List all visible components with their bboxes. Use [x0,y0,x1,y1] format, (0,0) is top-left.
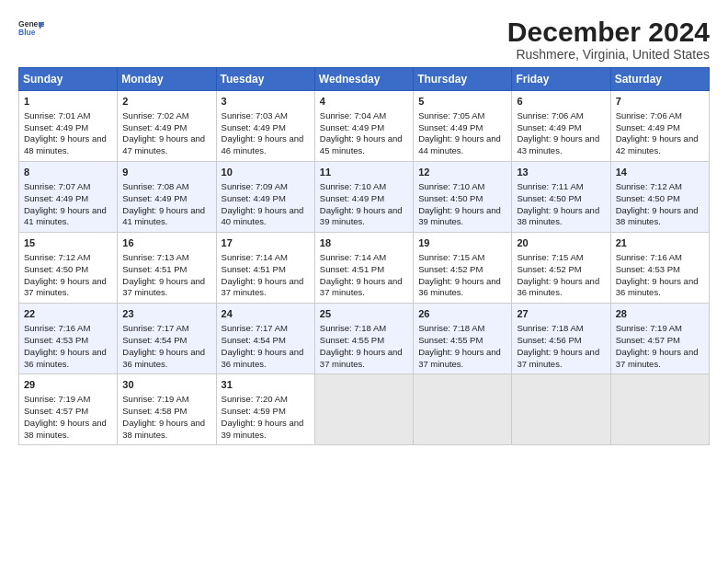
day-number: 11 [320,166,408,179]
calendar-cell: 15Sunrise: 7:12 AMSunset: 4:50 PMDayligh… [19,233,118,304]
calendar-cell: 3Sunrise: 7:03 AMSunset: 4:49 PMDaylight… [216,91,314,162]
week-row: 22Sunrise: 7:16 AMSunset: 4:53 PMDayligh… [19,304,710,374]
day-number: 19 [418,236,506,250]
day-number: 25 [320,307,408,321]
calendar-cell: 13Sunrise: 7:11 AMSunset: 4:50 PMDayligh… [512,162,610,233]
calendar-cell: 18Sunrise: 7:14 AMSunset: 4:51 PMDayligh… [314,233,413,304]
calendar-cell: 29Sunrise: 7:19 AMSunset: 4:57 PMDayligh… [19,374,118,445]
day-number: 21 [616,236,704,250]
calendar-cell: 21Sunrise: 7:16 AMSunset: 4:53 PMDayligh… [610,233,709,304]
calendar-cell: 2Sunrise: 7:02 AMSunset: 4:49 PMDaylight… [118,91,216,162]
header: General Blue December 2024 Rushmere, Vir… [18,17,710,62]
calendar-cell: 12Sunrise: 7:10 AMSunset: 4:50 PMDayligh… [414,162,512,233]
day-number: 18 [320,236,408,250]
week-row: 15Sunrise: 7:12 AMSunset: 4:50 PMDayligh… [19,233,710,304]
day-number: 30 [122,378,210,392]
calendar-header-row: Sunday Monday Tuesday Wednesday Thursday… [19,68,710,91]
col-tuesday: Tuesday [216,68,314,91]
calendar-cell: 11Sunrise: 7:10 AMSunset: 4:49 PMDayligh… [314,162,413,233]
calendar-cell [314,374,413,445]
col-sunday: Sunday [19,68,118,91]
calendar-cell: 28Sunrise: 7:19 AMSunset: 4:57 PMDayligh… [610,304,709,374]
calendar-cell: 26Sunrise: 7:18 AMSunset: 4:55 PMDayligh… [414,304,512,374]
day-number: 24 [222,307,310,321]
calendar-cell: 14Sunrise: 7:12 AMSunset: 4:50 PMDayligh… [610,162,709,233]
week-row: 8Sunrise: 7:07 AMSunset: 4:49 PMDaylight… [19,162,710,233]
calendar-cell: 25Sunrise: 7:18 AMSunset: 4:55 PMDayligh… [314,304,413,374]
calendar-cell: 1Sunrise: 7:01 AMSunset: 4:49 PMDaylight… [19,91,118,162]
calendar-cell: 31Sunrise: 7:20 AMSunset: 4:59 PMDayligh… [216,374,314,445]
day-number: 5 [418,95,506,109]
day-number: 17 [222,236,310,250]
svg-text:Blue: Blue [18,28,36,37]
calendar-cell: 8Sunrise: 7:07 AMSunset: 4:49 PMDaylight… [19,162,118,233]
day-number: 27 [517,307,605,321]
day-number: 1 [24,95,112,109]
calendar-cell: 22Sunrise: 7:16 AMSunset: 4:53 PMDayligh… [19,304,118,374]
calendar-cell: 20Sunrise: 7:15 AMSunset: 4:52 PMDayligh… [512,233,610,304]
day-number: 22 [24,307,112,321]
calendar-cell: 6Sunrise: 7:06 AMSunset: 4:49 PMDaylight… [512,91,610,162]
day-number: 23 [122,307,210,321]
day-number: 6 [517,95,605,109]
day-number: 15 [24,236,112,250]
calendar-cell: 30Sunrise: 7:19 AMSunset: 4:58 PMDayligh… [118,374,216,445]
calendar-cell: 19Sunrise: 7:15 AMSunset: 4:52 PMDayligh… [414,233,512,304]
day-number: 7 [616,95,704,109]
page: General Blue December 2024 Rushmere, Vir… [0,0,728,563]
col-saturday: Saturday [610,68,709,91]
col-friday: Friday [512,68,610,91]
col-monday: Monday [118,68,216,91]
day-number: 31 [222,378,310,392]
main-title: December 2024 [507,17,710,47]
day-number: 3 [222,95,310,109]
day-number: 14 [616,166,704,179]
calendar-cell [512,374,610,445]
calendar-cell: 5Sunrise: 7:05 AMSunset: 4:49 PMDaylight… [414,91,512,162]
day-number: 20 [517,236,605,250]
calendar-cell: 10Sunrise: 7:09 AMSunset: 4:49 PMDayligh… [216,162,314,233]
day-number: 2 [122,95,210,109]
calendar-cell: 4Sunrise: 7:04 AMSunset: 4:49 PMDaylight… [314,91,413,162]
week-row: 1Sunrise: 7:01 AMSunset: 4:49 PMDaylight… [19,91,710,162]
day-number: 26 [418,307,506,321]
day-number: 13 [517,166,605,179]
subtitle: Rushmere, Virginia, United States [507,47,710,62]
week-row: 29Sunrise: 7:19 AMSunset: 4:57 PMDayligh… [19,374,710,445]
day-number: 12 [418,166,506,179]
logo: General Blue [18,17,44,42]
calendar-cell: 9Sunrise: 7:08 AMSunset: 4:49 PMDaylight… [118,162,216,233]
col-wednesday: Wednesday [314,68,413,91]
calendar-cell: 7Sunrise: 7:06 AMSunset: 4:49 PMDaylight… [610,91,709,162]
col-thursday: Thursday [414,68,512,91]
day-number: 29 [24,378,112,392]
calendar-cell: 16Sunrise: 7:13 AMSunset: 4:51 PMDayligh… [118,233,216,304]
day-number: 9 [122,166,210,179]
calendar-cell: 23Sunrise: 7:17 AMSunset: 4:54 PMDayligh… [118,304,216,374]
calendar-cell: 17Sunrise: 7:14 AMSunset: 4:51 PMDayligh… [216,233,314,304]
logo-icon: General Blue [18,17,44,42]
day-number: 4 [320,95,408,109]
calendar-cell [414,374,512,445]
day-number: 16 [122,236,210,250]
day-number: 28 [616,307,704,321]
calendar: Sunday Monday Tuesday Wednesday Thursday… [18,67,710,445]
title-block: December 2024 Rushmere, Virginia, United… [507,17,710,62]
calendar-cell [610,374,709,445]
calendar-cell: 27Sunrise: 7:18 AMSunset: 4:56 PMDayligh… [512,304,610,374]
day-number: 10 [222,166,310,179]
calendar-cell: 24Sunrise: 7:17 AMSunset: 4:54 PMDayligh… [216,304,314,374]
day-number: 8 [24,166,112,179]
